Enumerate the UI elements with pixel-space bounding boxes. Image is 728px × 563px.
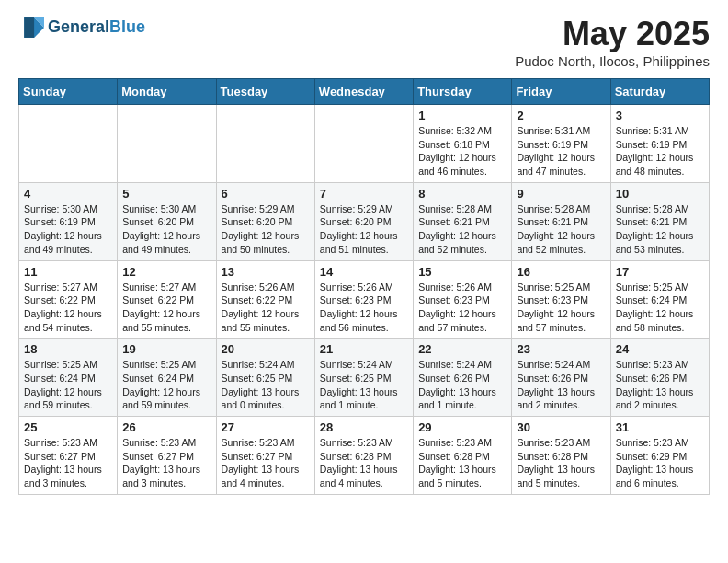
day-info: Sunrise: 5:25 AM Sunset: 6:24 PM Dayligh… [616, 281, 704, 335]
calendar-cell: 10Sunrise: 5:28 AM Sunset: 6:21 PM Dayli… [610, 182, 709, 260]
day-info: Sunrise: 5:23 AM Sunset: 6:27 PM Dayligh… [122, 436, 210, 490]
weekday-header: Friday [512, 79, 610, 105]
day-number: 24 [616, 342, 704, 356]
day-info: Sunrise: 5:23 AM Sunset: 6:27 PM Dayligh… [24, 436, 112, 490]
month-title: May 2025 [515, 15, 710, 53]
day-info: Sunrise: 5:24 AM Sunset: 6:26 PM Dayligh… [418, 358, 506, 412]
day-number: 16 [517, 265, 605, 279]
day-info: Sunrise: 5:27 AM Sunset: 6:22 PM Dayligh… [24, 281, 112, 335]
calendar-cell: 17Sunrise: 5:25 AM Sunset: 6:24 PM Dayli… [610, 260, 709, 339]
calendar-cell: 23Sunrise: 5:24 AM Sunset: 6:26 PM Dayli… [512, 339, 610, 417]
day-number: 20 [222, 342, 310, 356]
day-number: 1 [418, 109, 506, 122]
day-info: Sunrise: 5:32 AM Sunset: 6:18 PM Dayligh… [418, 124, 506, 178]
day-info: Sunrise: 5:26 AM Sunset: 6:22 PM Dayligh… [222, 281, 310, 335]
day-number: 21 [320, 342, 408, 356]
calendar-cell: 16Sunrise: 5:25 AM Sunset: 6:23 PM Dayli… [512, 260, 610, 339]
calendar-cell: 27Sunrise: 5:23 AM Sunset: 6:27 PM Dayli… [216, 417, 314, 495]
day-number: 26 [122, 420, 210, 434]
day-info: Sunrise: 5:28 AM Sunset: 6:21 PM Dayligh… [517, 202, 605, 257]
day-info: Sunrise: 5:24 AM Sunset: 6:26 PM Dayligh… [517, 358, 605, 412]
day-number: 7 [320, 187, 408, 201]
day-info: Sunrise: 5:31 AM Sunset: 6:19 PM Dayligh… [517, 124, 605, 178]
logo: GeneralBlue [18, 15, 145, 40]
calendar-table: SundayMondayTuesdayWednesdayThursdayFrid… [18, 78, 710, 495]
calendar-week-row: 25Sunrise: 5:23 AM Sunset: 6:27 PM Dayli… [19, 417, 710, 495]
calendar-cell: 1Sunrise: 5:32 AM Sunset: 6:18 PM Daylig… [414, 105, 512, 183]
day-info: Sunrise: 5:29 AM Sunset: 6:20 PM Dayligh… [222, 202, 310, 257]
day-info: Sunrise: 5:30 AM Sunset: 6:19 PM Dayligh… [24, 202, 112, 257]
day-info: Sunrise: 5:29 AM Sunset: 6:20 PM Dayligh… [320, 202, 408, 257]
day-number: 5 [122, 187, 210, 201]
day-number: 15 [418, 265, 506, 279]
day-number: 22 [418, 342, 506, 356]
calendar-cell: 22Sunrise: 5:24 AM Sunset: 6:26 PM Dayli… [414, 339, 512, 417]
day-info: Sunrise: 5:23 AM Sunset: 6:26 PM Dayligh… [616, 358, 704, 412]
day-info: Sunrise: 5:28 AM Sunset: 6:21 PM Dayligh… [418, 202, 506, 257]
weekday-header: Wednesday [314, 79, 413, 105]
calendar-cell: 30Sunrise: 5:23 AM Sunset: 6:28 PM Dayli… [512, 417, 610, 495]
calendar-week-row: 1Sunrise: 5:32 AM Sunset: 6:18 PM Daylig… [19, 105, 710, 183]
calendar-cell: 8Sunrise: 5:28 AM Sunset: 6:21 PM Daylig… [414, 182, 512, 260]
calendar-cell: 9Sunrise: 5:28 AM Sunset: 6:21 PM Daylig… [512, 182, 610, 260]
calendar-cell: 6Sunrise: 5:29 AM Sunset: 6:20 PM Daylig… [216, 182, 314, 260]
day-number: 6 [222, 187, 310, 201]
calendar-cell: 26Sunrise: 5:23 AM Sunset: 6:27 PM Dayli… [118, 417, 216, 495]
location-subtitle: Pudoc North, Ilocos, Philippines [515, 53, 710, 69]
day-info: Sunrise: 5:28 AM Sunset: 6:21 PM Dayligh… [616, 202, 704, 257]
day-number: 29 [418, 420, 506, 434]
calendar-cell: 28Sunrise: 5:23 AM Sunset: 6:28 PM Dayli… [314, 417, 413, 495]
calendar-cell: 3Sunrise: 5:31 AM Sunset: 6:19 PM Daylig… [610, 105, 709, 183]
calendar-cell: 19Sunrise: 5:25 AM Sunset: 6:24 PM Dayli… [118, 339, 216, 417]
calendar-cell [314, 105, 413, 183]
day-number: 4 [24, 187, 112, 201]
day-info: Sunrise: 5:23 AM Sunset: 6:28 PM Dayligh… [517, 436, 605, 490]
calendar-cell: 7Sunrise: 5:29 AM Sunset: 6:20 PM Daylig… [314, 182, 413, 260]
weekday-header: Sunday [19, 79, 118, 105]
calendar-header-row: SundayMondayTuesdayWednesdayThursdayFrid… [19, 79, 710, 105]
day-info: Sunrise: 5:25 AM Sunset: 6:23 PM Dayligh… [517, 281, 605, 335]
calendar-cell: 2Sunrise: 5:31 AM Sunset: 6:19 PM Daylig… [512, 105, 610, 183]
title-block: May 2025 Pudoc North, Ilocos, Philippine… [515, 15, 710, 69]
day-info: Sunrise: 5:24 AM Sunset: 6:25 PM Dayligh… [222, 358, 310, 412]
day-number: 11 [24, 265, 112, 279]
logo-text: GeneralBlue [48, 18, 145, 37]
calendar-cell: 24Sunrise: 5:23 AM Sunset: 6:26 PM Dayli… [610, 339, 709, 417]
calendar-cell: 31Sunrise: 5:23 AM Sunset: 6:29 PM Dayli… [610, 417, 709, 495]
day-info: Sunrise: 5:23 AM Sunset: 6:28 PM Dayligh… [418, 436, 506, 490]
page-header: GeneralBlue May 2025 Pudoc North, Ilocos… [18, 15, 710, 69]
svg-marker-1 [24, 17, 34, 38]
calendar-week-row: 4Sunrise: 5:30 AM Sunset: 6:19 PM Daylig… [19, 182, 710, 260]
calendar-cell: 18Sunrise: 5:25 AM Sunset: 6:24 PM Dayli… [19, 339, 118, 417]
calendar-week-row: 11Sunrise: 5:27 AM Sunset: 6:22 PM Dayli… [19, 260, 710, 339]
day-number: 3 [616, 109, 704, 122]
weekday-header: Saturday [610, 79, 709, 105]
day-info: Sunrise: 5:23 AM Sunset: 6:27 PM Dayligh… [222, 436, 310, 490]
calendar-cell: 20Sunrise: 5:24 AM Sunset: 6:25 PM Dayli… [216, 339, 314, 417]
day-info: Sunrise: 5:26 AM Sunset: 6:23 PM Dayligh… [320, 281, 408, 335]
day-info: Sunrise: 5:23 AM Sunset: 6:29 PM Dayligh… [616, 436, 704, 490]
calendar-cell: 15Sunrise: 5:26 AM Sunset: 6:23 PM Dayli… [414, 260, 512, 339]
day-info: Sunrise: 5:30 AM Sunset: 6:20 PM Dayligh… [122, 202, 210, 257]
day-info: Sunrise: 5:27 AM Sunset: 6:22 PM Dayligh… [122, 281, 210, 335]
calendar-cell: 5Sunrise: 5:30 AM Sunset: 6:20 PM Daylig… [118, 182, 216, 260]
weekday-header: Monday [118, 79, 216, 105]
day-info: Sunrise: 5:26 AM Sunset: 6:23 PM Dayligh… [418, 281, 506, 335]
day-number: 13 [222, 265, 310, 279]
day-number: 2 [517, 109, 605, 122]
day-info: Sunrise: 5:24 AM Sunset: 6:25 PM Dayligh… [320, 358, 408, 412]
day-number: 25 [24, 420, 112, 434]
day-number: 23 [517, 342, 605, 356]
weekday-header: Tuesday [216, 79, 314, 105]
day-number: 27 [222, 420, 310, 434]
day-number: 9 [517, 187, 605, 201]
calendar-cell: 14Sunrise: 5:26 AM Sunset: 6:23 PM Dayli… [314, 260, 413, 339]
weekday-header: Thursday [414, 79, 512, 105]
calendar-cell [19, 105, 118, 183]
day-number: 17 [616, 265, 704, 279]
day-number: 14 [320, 265, 408, 279]
day-info: Sunrise: 5:25 AM Sunset: 6:24 PM Dayligh… [24, 358, 112, 412]
calendar-cell: 12Sunrise: 5:27 AM Sunset: 6:22 PM Dayli… [118, 260, 216, 339]
day-number: 28 [320, 420, 408, 434]
calendar-cell: 13Sunrise: 5:26 AM Sunset: 6:22 PM Dayli… [216, 260, 314, 339]
